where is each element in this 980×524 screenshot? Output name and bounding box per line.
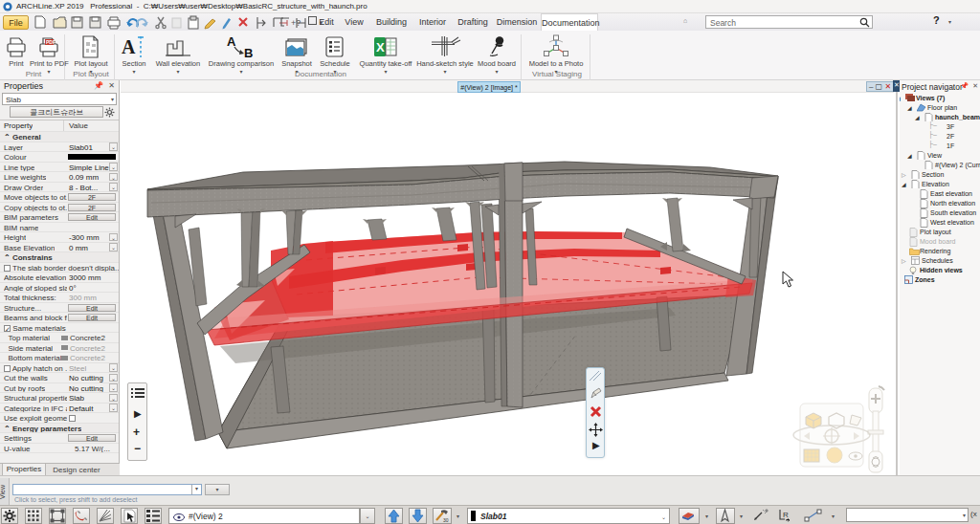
svg-text:A: A — [122, 36, 136, 57]
svg-text:PDF: PDF — [46, 39, 56, 45]
svg-text:B: B — [244, 46, 253, 59]
svg-text:X: X — [376, 40, 385, 55]
svg-text:R: R — [783, 511, 789, 519]
svg-text:30: 30 — [443, 517, 449, 523]
svg-text:+?: +? — [291, 18, 301, 28]
